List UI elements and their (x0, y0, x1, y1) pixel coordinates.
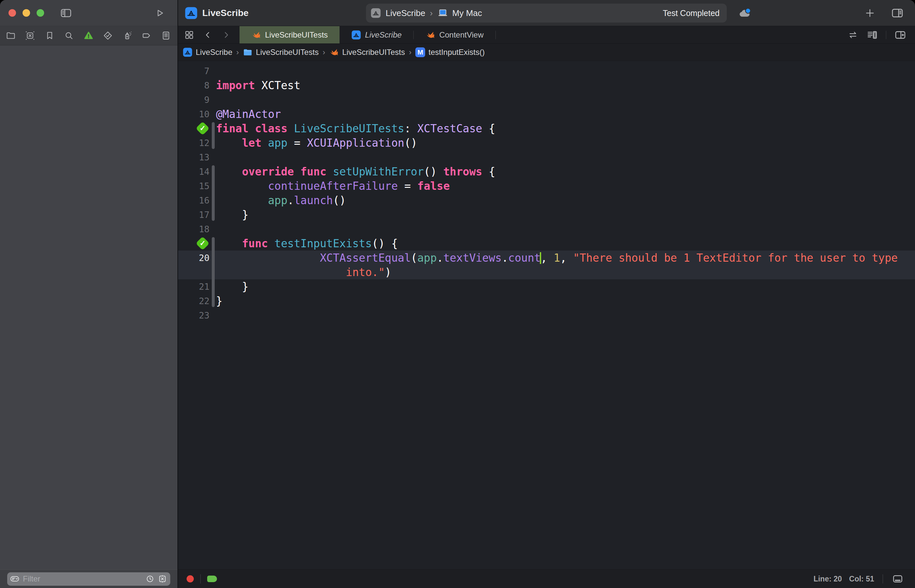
scheme-name[interactable]: LiveScribe (386, 8, 425, 18)
toggle-sidebar-button[interactable] (60, 7, 72, 19)
line-number: 16 (199, 195, 210, 205)
line-number: 9 (204, 95, 210, 105)
change-gutter (211, 150, 216, 164)
line-number-gutter: 23 (178, 308, 211, 322)
breadcrumb-item[interactable]: MtestInputExists() (415, 47, 485, 57)
go-forward-button[interactable] (221, 30, 231, 40)
split-editor-icon (894, 29, 907, 41)
filter-input[interactable]: Filter (7, 572, 170, 586)
record-ui-test-button[interactable] (187, 575, 194, 582)
console-toggle-icon (891, 573, 904, 585)
toggle-inspector-button[interactable] (891, 6, 904, 19)
swift-icon (425, 30, 435, 40)
change-gutter (211, 222, 216, 236)
test-status-indicator[interactable] (207, 575, 217, 582)
code-text: app.launch() (216, 194, 915, 207)
code-line[interactable]: 9 (178, 92, 915, 107)
code-line[interactable]: 10@MainActor (178, 107, 915, 121)
code-line[interactable]: ✓ func testInputExists() { (178, 236, 915, 250)
right-panel-icon (891, 6, 904, 19)
breadcrumb-item[interactable]: LiveScribeUITests (243, 47, 318, 57)
line-number-gutter: 17 (178, 207, 211, 222)
change-gutter (211, 78, 216, 92)
breadcrumb-label: testInputExists() (428, 48, 485, 57)
tab-LiveScribe[interactable]: LiveScribe (339, 26, 413, 44)
cloud-status-icon[interactable] (737, 6, 753, 21)
line-number: 12 (199, 138, 210, 148)
run-button[interactable] (155, 8, 165, 18)
tests-navigator-icon (103, 31, 113, 41)
bookmarks-navigator-button[interactable] (44, 31, 55, 41)
code-line[interactable]: 12 let app = XCUIApplication() (178, 136, 915, 150)
minimize-button[interactable] (23, 9, 30, 17)
change-gutter (211, 121, 216, 136)
find-navigator-button[interactable] (64, 31, 74, 41)
breadcrumb-item[interactable]: LiveScribe (183, 47, 232, 57)
close-button[interactable] (8, 9, 16, 17)
related-items-button[interactable] (184, 30, 194, 40)
swift-icon (329, 47, 339, 57)
line-number-gutter: 13 (178, 150, 211, 164)
test-passed-icon[interactable]: ✓ (196, 236, 210, 250)
code-line[interactable]: 14 override func setUpWithError() throws… (178, 164, 915, 179)
recents-button[interactable] (145, 574, 155, 583)
code-line-wrap[interactable]: into.") (178, 265, 915, 279)
go-back-button[interactable] (203, 30, 213, 40)
method-badge-icon: M (415, 47, 425, 57)
change-gutter (211, 107, 216, 121)
clear-filter-button[interactable] (158, 574, 167, 583)
adjust-editor-options-button[interactable] (866, 29, 878, 41)
app-icon (184, 6, 198, 19)
change-gutter (211, 164, 216, 179)
test-passed-icon[interactable]: ✓ (196, 121, 210, 135)
column-indicator: Col: 51 (849, 575, 874, 583)
code-line[interactable]: 13 (178, 150, 915, 164)
breadcrumb-item[interactable]: LiveScribeUITests (329, 47, 405, 57)
add-editor-button[interactable] (894, 29, 907, 41)
code-line[interactable]: 7 (178, 64, 915, 78)
source-control-navigator-button[interactable] (25, 31, 35, 41)
zoom-button[interactable] (37, 9, 44, 17)
breakpoints-navigator-icon (142, 31, 152, 41)
titlebar-actions (864, 0, 904, 26)
project-navigator-button[interactable] (6, 31, 16, 41)
code-line[interactable]: 17 } (178, 207, 915, 222)
line-number-gutter: 20 (178, 250, 211, 265)
plus-icon (864, 7, 876, 19)
run-destination[interactable]: My Mac (452, 8, 482, 18)
reports-navigator-button[interactable] (161, 31, 171, 41)
tests-navigator-button[interactable] (103, 31, 113, 41)
code-line[interactable]: 8import XCTest (178, 78, 915, 92)
swift-icon (251, 30, 261, 40)
toggle-debug-area-button[interactable] (891, 573, 904, 585)
line-number-gutter: 8 (178, 78, 211, 92)
debug-navigator-button[interactable] (122, 31, 133, 41)
divider (886, 31, 886, 39)
code-line[interactable]: 16 app.launch() (178, 193, 915, 207)
tab-LiveScribeUITests[interactable]: LiveScribeUITests (239, 26, 339, 44)
navigator-content-empty[interactable] (0, 45, 178, 569)
line-number: 7 (204, 66, 210, 76)
line-number-gutter: 15 (178, 179, 211, 193)
new-tab-button[interactable] (864, 7, 876, 19)
play-icon (155, 8, 165, 18)
code-line[interactable]: 18 (178, 222, 915, 236)
change-gutter (211, 136, 216, 150)
breadcrumb-chevron: › (323, 48, 325, 57)
code-line[interactable]: ✓final class LiveScribeUITests: XCTestCa… (178, 121, 915, 136)
find-navigator-icon (64, 31, 74, 41)
filter-menu-icon[interactable] (10, 574, 19, 583)
source-editor[interactable]: 78import XCTest910@MainActor✓final class… (178, 61, 915, 569)
code-review-button[interactable] (847, 29, 858, 40)
code-line[interactable]: 23 (178, 308, 915, 322)
code-line[interactable]: 15 continueAfterFailure = false (178, 179, 915, 193)
line-number: 18 (199, 224, 210, 234)
scheme-selector[interactable]: LiveScribe › My Mac Test Completed (366, 3, 727, 23)
code-line[interactable]: 22} (178, 294, 915, 308)
code-line[interactable]: 20 XCTAssertEqual(app.textViews.count, 1… (178, 250, 915, 265)
swap-arrows-icon (847, 29, 858, 40)
issues-navigator-button[interactable] (83, 31, 94, 41)
breakpoints-navigator-button[interactable] (142, 31, 152, 41)
code-line[interactable]: 21 } (178, 279, 915, 294)
tab-ContentView[interactable]: ContentView (414, 26, 495, 44)
